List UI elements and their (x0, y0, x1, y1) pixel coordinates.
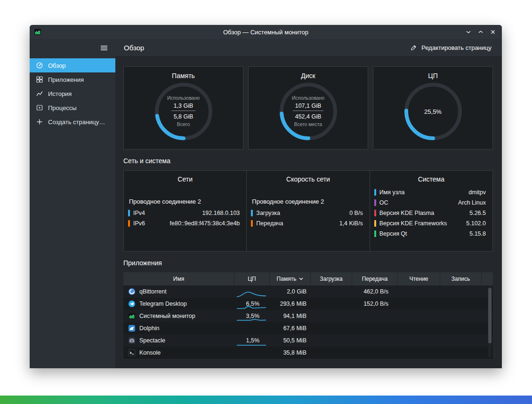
sidebar-item-label: Приложения (48, 76, 84, 83)
cpu-sparkline (237, 340, 266, 346)
memory-cell: 94,1 MiB (270, 313, 311, 319)
cpu-sparkline (237, 303, 266, 309)
column-header-download[interactable]: Загрузка (311, 272, 352, 285)
legend-label: IPv4 (133, 210, 145, 216)
app-name: qBittorrent (139, 288, 167, 295)
window-controls (464, 28, 502, 36)
app-name-cell: Системный монитор (123, 312, 234, 320)
network-speed-column: Скорость сети Проводное соединение 2 Заг… (246, 171, 369, 251)
network-system-section-title: Сеть и система (123, 157, 493, 165)
spectacle-icon (128, 337, 136, 344)
legend-color-bar (128, 220, 130, 227)
kde-plasma-version-row: Версия KDE Plasma 5.26.5 (374, 208, 488, 218)
column-header-name[interactable]: Имя (123, 272, 234, 285)
cpu-percent-value: 25,5% (424, 108, 442, 115)
sidebar-item-history[interactable]: История (30, 87, 115, 101)
app-name-cell: Dolphin (123, 325, 234, 332)
table-row-system-monitor[interactable]: Системный монитор 3,5% 94,1 MiB (123, 310, 493, 322)
column-header-upload[interactable]: Передача (352, 272, 398, 285)
ipv6-row: IPv6 fe80::9ed8:f475:38c4:3e4b (128, 218, 242, 229)
gauge-title: Диск (301, 72, 315, 79)
network-interface-name: Проводное соединение 2 (129, 198, 242, 205)
gauge-title: Память (172, 72, 195, 79)
table-row-spectacle[interactable]: Spectacle 1,5% 50,5 MiB (123, 334, 493, 347)
sidebar-item-overview[interactable]: Обзор (30, 58, 115, 72)
sidebar-item-label: Обзор (48, 62, 66, 69)
app-name-cell: Konsole (123, 349, 234, 356)
legend-value: 1,4 KiB/s (339, 220, 365, 227)
legend-value: 192.168.0.103 (202, 210, 242, 216)
applications-table: Имя ЦП Память Загрузка Передача Чтение З… (123, 272, 493, 359)
maximize-button[interactable] (476, 28, 485, 36)
close-icon (489, 28, 497, 36)
column-header-read[interactable]: Чтение (398, 272, 440, 285)
column-header-spacer (482, 272, 493, 285)
networks-column: Сети Проводное соединение 2 IPv4 192.168… (124, 171, 246, 251)
sidebar-item-label: История (48, 90, 72, 97)
page-toolbar: Обзор Редактировать страницу (115, 39, 502, 57)
table-row-dolphin[interactable]: Dolphin 67,6 MiB (123, 322, 493, 334)
minimize-button[interactable] (464, 28, 473, 36)
sidebar-header (30, 39, 115, 57)
sidebar-item-processes[interactable]: Процессы (30, 101, 115, 115)
dolphin-icon (128, 325, 136, 332)
legend-color-bar (374, 199, 376, 206)
sidebar-items: Обзор Приложения (30, 57, 115, 129)
used-value: 1,3 GiB (171, 102, 196, 111)
column-header-write[interactable]: Запись (440, 272, 482, 285)
cpu-cell (234, 285, 270, 298)
total-label: Всего (177, 121, 190, 128)
qbittorrent-icon (128, 288, 136, 295)
edit-page-label: Редактировать страницу (421, 44, 492, 51)
legend-value: fe80::9ed8:f475:38c4:3e4b (170, 220, 242, 227)
sidebar: Обзор Приложения (30, 39, 115, 368)
table-row-telegram[interactable]: Telegram Desktop 6,5% 293,6 MiB 152,0 B/… (123, 298, 493, 310)
used-value: 107,1 GiB (293, 102, 324, 111)
overview-content: Память Использовано 1,3 GiB 5,8 GiB Всег… (115, 57, 502, 368)
edit-page-button[interactable]: Редактировать страницу (407, 42, 494, 53)
table-scrollbar-thumb[interactable] (488, 288, 492, 343)
used-label: Использовано (292, 95, 324, 102)
upload-cell: 462,0 B/s (352, 288, 398, 295)
column-header-memory[interactable]: Память (270, 272, 311, 285)
legend-color-bar (251, 210, 253, 216)
kde-frameworks-version-row: Версия KDE Frameworks 5.102.0 (374, 218, 488, 229)
window-titlebar[interactable]: Обзор — Системный монитор (30, 25, 502, 39)
sidebar-item-create-page[interactable]: Создать страницу… (30, 115, 115, 129)
cpu-cell: 1,5% (234, 334, 270, 347)
legend-value: 0 B/s (349, 210, 365, 216)
gauges-row: Память Использовано 1,3 GiB 5,8 GiB Всег… (123, 66, 493, 150)
cpu-cell: 3,5% (234, 310, 270, 322)
page-title: Обзор (124, 44, 144, 52)
cpu-cell: 6,5% (234, 298, 270, 310)
memory-cell: 67,6 MiB (270, 325, 311, 332)
cpu-sparkline (237, 316, 266, 322)
legend-value: dmitpv (468, 189, 488, 196)
window-title: Обзор — Системный монитор (30, 29, 502, 36)
app-name: Konsole (139, 349, 161, 356)
total-value: 5,8 GiB (174, 112, 193, 121)
table-scrollbar-track[interactable] (488, 287, 492, 357)
disk-gauge-card: Диск Использовано 107,1 GiB 452,4 GiB Вс… (248, 66, 368, 150)
sort-descending-icon (299, 277, 303, 280)
close-button[interactable] (489, 28, 497, 36)
chevron-up-icon (477, 28, 484, 36)
app-name-cell: Spectacle (123, 337, 234, 344)
legend-value: 5.15.8 (469, 230, 488, 237)
telegram-icon (128, 300, 136, 308)
applications-grid-icon (36, 76, 43, 83)
sidebar-item-applications[interactable]: Приложения (30, 72, 115, 87)
table-row-konsole[interactable]: Konsole 35,8 MiB (123, 347, 493, 359)
legend-value: 5.26.5 (469, 210, 488, 216)
upload-cell: 152,0 B/s (352, 301, 398, 307)
hamburger-menu-button[interactable] (98, 42, 110, 54)
sidebar-item-label: Процессы (48, 104, 77, 111)
os-row: ОС Arch Linux (374, 198, 488, 208)
used-label: Использовано (167, 95, 200, 102)
table-row-qbittorrent[interactable]: qBittorrent 2,0 GiB 462,0 B/s (123, 285, 493, 298)
app-name: Telegram Desktop (139, 301, 187, 307)
column-header-cpu[interactable]: ЦП (234, 272, 270, 285)
legend-color-bar (374, 210, 376, 216)
pencil-icon (410, 44, 417, 51)
cpu-sparkline (237, 291, 266, 297)
